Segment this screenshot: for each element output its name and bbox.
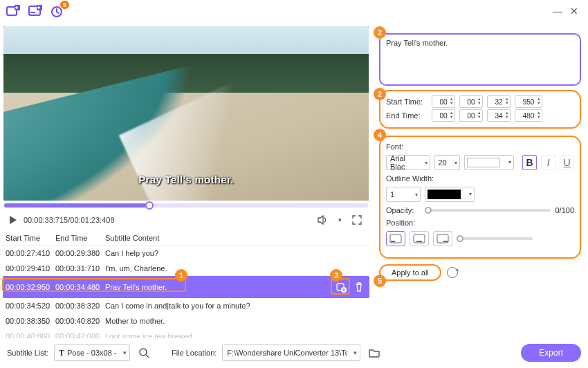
- table-row[interactable]: 00:00:34:520 00:00:38:320 Can I come in …: [3, 298, 369, 313]
- end-mm[interactable]: 00▴▾: [459, 109, 483, 122]
- position-slider[interactable]: [457, 237, 533, 240]
- svg-rect-11: [416, 241, 422, 242]
- close-button[interactable]: ✕: [566, 6, 582, 16]
- subtitle-list-select[interactable]: T Pose - 03x08 - Ser… ▾: [54, 344, 130, 361]
- cell-content: I'm, um, Charlene.: [105, 264, 367, 273]
- start-ss[interactable]: 32▴▾: [487, 95, 511, 108]
- start-mm[interactable]: 00▴▾: [459, 95, 483, 108]
- search-icon[interactable]: [136, 344, 152, 361]
- outline-width-select[interactable]: 1▾: [386, 187, 421, 202]
- step-4: 4: [374, 129, 386, 141]
- file-location-label: File Location:: [172, 349, 217, 357]
- video-preview[interactable]: Pray Tell's mother.: [3, 26, 369, 201]
- fullscreen-icon[interactable]: [349, 212, 365, 228]
- play-button[interactable]: [10, 216, 17, 224]
- svg-rect-3: [30, 12, 35, 13]
- outline-width-label: Outline Width:: [386, 174, 574, 183]
- table-row[interactable]: 00:00:27:410 00:00:29:380 Can I help you…: [3, 246, 369, 261]
- cell-start: 00:00:29:410: [6, 264, 55, 273]
- cell-end: 00:00:29:380: [55, 249, 105, 257]
- start-time-label: Start Time:: [386, 98, 428, 106]
- italic-button[interactable]: I: [541, 155, 555, 170]
- font-size-select[interactable]: 20▾: [434, 155, 461, 170]
- subtitle-table-header: Start Time End Time Subtitle Content: [3, 231, 369, 246]
- bottom-bar: Subtitle List: T Pose - 03x08 - Ser… ▾ F…: [0, 338, 588, 368]
- cell-content: Pray Tell's mother.: [105, 283, 333, 291]
- cell-start: 00:00:34:520: [6, 302, 55, 310]
- start-ms[interactable]: 950▴▾: [515, 95, 542, 108]
- font-color-select[interactable]: ▾: [464, 155, 514, 170]
- cell-end: 00:00:31:710: [55, 264, 105, 273]
- svg-rect-13: [443, 241, 448, 242]
- subtitle-table: 00:00:27:410 00:00:29:380 Can I help you…: [3, 246, 369, 338]
- cell-start: 00:00:27:410: [6, 249, 55, 257]
- export-button[interactable]: Export: [521, 344, 581, 362]
- add-below-icon[interactable]: [333, 279, 349, 295]
- cell-end: 00:00:40:820: [55, 317, 105, 325]
- start-hh[interactable]: 00▴▾: [432, 95, 455, 108]
- col-content: Subtitle Content: [105, 234, 367, 242]
- add-subtitle-icon[interactable]: [28, 3, 43, 19]
- volume-icon[interactable]: [315, 212, 331, 228]
- font-family-select[interactable]: Arial Blac▾: [386, 155, 430, 170]
- apply-to-all-button[interactable]: Apply to all: [379, 264, 441, 281]
- subtitle-list-label: Subtitle List:: [7, 349, 48, 357]
- cell-content: Can I come in and|talk to you for a minu…: [105, 302, 367, 310]
- step-2b: 2: [374, 88, 386, 100]
- step-3: 3: [330, 269, 342, 282]
- end-ms[interactable]: 480▴▾: [515, 109, 542, 122]
- cell-content: Can I help you?: [105, 249, 367, 257]
- cell-end: 00:00:34:480: [55, 283, 105, 291]
- col-start: Start Time: [6, 234, 55, 242]
- badge: 5: [60, 1, 69, 9]
- position-label: Position:: [386, 219, 574, 227]
- outline-color-select[interactable]: ▾: [425, 187, 475, 202]
- video-caption: Pray Tell's mother.: [3, 174, 369, 185]
- cell-start: 00:00:32:950: [6, 283, 55, 291]
- cell-start: 00:00:38:350: [6, 317, 55, 325]
- opacity-slider[interactable]: [425, 209, 551, 212]
- auto-subtitle-icon[interactable]: 5: [50, 3, 65, 19]
- position-center[interactable]: [410, 231, 429, 246]
- open-folder-icon[interactable]: [366, 344, 383, 361]
- table-row[interactable]: 00:00:38:350 00:00:40:820 Mother to moth…: [3, 313, 369, 329]
- add-video-icon[interactable]: [6, 3, 21, 19]
- file-location-select[interactable]: F:\Wondershare UniConverter 13\To-bur ▾: [222, 344, 360, 361]
- minimize-button[interactable]: —: [549, 6, 566, 16]
- font-label: Font:: [386, 142, 574, 151]
- delete-icon[interactable]: [351, 279, 367, 295]
- position-right[interactable]: [433, 231, 452, 246]
- seek-bar[interactable]: [4, 203, 368, 208]
- opacity-value: 0/100: [555, 206, 574, 214]
- end-hh[interactable]: 00▴▾: [432, 109, 455, 122]
- font-block: Font: Arial Blac▾ 20▾ ▾ B I U Outline Wi…: [379, 136, 581, 259]
- end-ss[interactable]: 34▴▾: [487, 109, 511, 122]
- table-row[interactable]: 00:00:40:860 00:00:42:000 I got some ice…: [3, 329, 369, 338]
- time-block: Start Time: 00▴▾ 00▴▾ 32▴▾ 950▴▾ End Tim…: [379, 90, 581, 129]
- step-5: 5: [374, 275, 386, 287]
- table-row-selected[interactable]: 00:00:32:950 00:00:34:480 Pray Tell's mo…: [3, 276, 369, 298]
- reset-icon[interactable]: [447, 267, 458, 278]
- cell-content: Mother to mother.: [105, 317, 367, 325]
- titlebar: 5 — ✕: [0, 0, 588, 22]
- cell-end: 00:00:38:320: [55, 302, 105, 310]
- underline-button[interactable]: U: [560, 155, 574, 170]
- time-display: 00:00:33:715/00:01:23:408: [24, 216, 115, 224]
- position-left[interactable]: [386, 231, 405, 246]
- col-end: End Time: [55, 234, 105, 242]
- step-2a: 2: [374, 26, 386, 39]
- bold-button[interactable]: B: [522, 155, 537, 170]
- subtitle-text-input[interactable]: Pray Tell's mother.: [379, 33, 581, 86]
- svg-rect-9: [391, 241, 395, 242]
- svg-point-14: [140, 349, 147, 356]
- opacity-label: Opacity:: [386, 206, 421, 214]
- chevron-down-icon[interactable]: ▾: [338, 217, 342, 223]
- step-1: 1: [175, 269, 187, 282]
- end-time-label: End Time:: [386, 111, 428, 120]
